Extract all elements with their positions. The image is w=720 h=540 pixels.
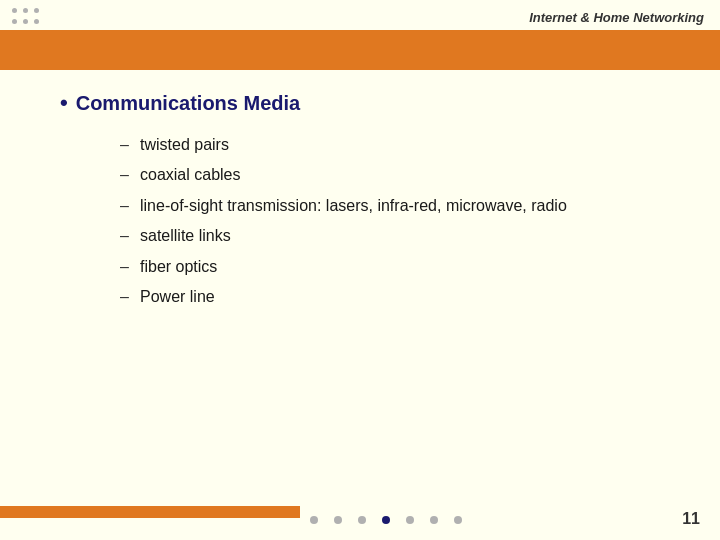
dot	[12, 8, 17, 13]
dash-icon: –	[120, 225, 132, 247]
dash-icon: –	[120, 195, 132, 217]
navigation-dots	[310, 516, 462, 524]
header-bar	[0, 30, 720, 70]
dot	[12, 19, 17, 24]
list-item: – satellite links	[120, 225, 680, 247]
item-text: fiber optics	[140, 256, 217, 278]
main-heading: Communications Media	[76, 92, 300, 115]
list-item: – line-of-sight transmission: lasers, in…	[120, 195, 680, 217]
item-text: Power line	[140, 286, 215, 308]
dash-icon: –	[120, 286, 132, 308]
item-text: twisted pairs	[140, 134, 229, 156]
item-text: line-of-sight transmission: lasers, infr…	[140, 195, 567, 217]
nav-dot	[310, 516, 318, 524]
dot	[34, 8, 39, 13]
dot	[23, 8, 28, 13]
bullet-icon: •	[60, 90, 68, 116]
list-item: – fiber optics	[120, 256, 680, 278]
nav-dot	[358, 516, 366, 524]
list-item: – Power line	[120, 286, 680, 308]
nav-dot-active	[382, 516, 390, 524]
nav-dot	[430, 516, 438, 524]
main-bullet: • Communications Media	[60, 90, 680, 116]
dot	[23, 19, 28, 24]
dot	[34, 19, 39, 24]
list-item: – twisted pairs	[120, 134, 680, 156]
slide-title: Internet & Home Networking	[529, 10, 704, 25]
nav-dot	[454, 516, 462, 524]
list-item: – coaxial cables	[120, 164, 680, 186]
dash-icon: –	[120, 164, 132, 186]
item-text: satellite links	[140, 225, 231, 247]
item-text: coaxial cables	[140, 164, 241, 186]
page-number: 11	[682, 510, 700, 528]
nav-dot	[406, 516, 414, 524]
main-content: • Communications Media – twisted pairs –…	[60, 90, 680, 308]
dash-icon: –	[120, 256, 132, 278]
dash-icon: –	[120, 134, 132, 156]
bottom-bar	[0, 506, 300, 518]
sub-items-list: – twisted pairs – coaxial cables – line-…	[120, 134, 680, 308]
nav-dot	[334, 516, 342, 524]
